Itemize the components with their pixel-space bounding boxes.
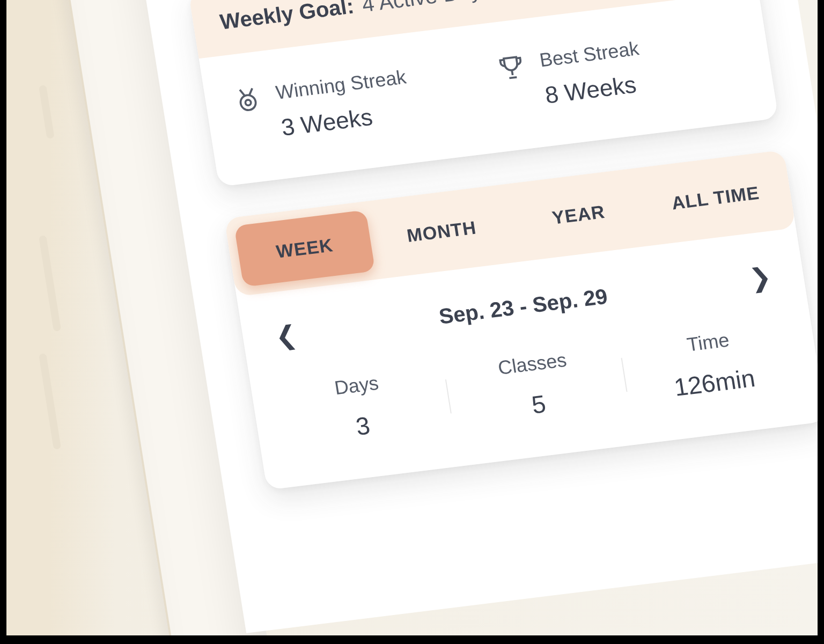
range-tab-week[interactable]: WEEK xyxy=(234,210,375,287)
image-crop-edge xyxy=(0,635,824,644)
stat-days-value: 3 xyxy=(273,401,453,451)
stat-time-label: Time xyxy=(619,320,798,364)
stat-time-value: 126min xyxy=(624,357,805,408)
winning-streak: Winning Streak 3 Weeks xyxy=(231,57,482,147)
app-screen: My Achievements i Weekly Goal: 4 Active … xyxy=(128,0,824,633)
trophy-icon xyxy=(494,51,528,84)
range-tab-all[interactable]: ALL TIME xyxy=(645,159,786,237)
phone-volume-down xyxy=(39,353,61,449)
stat-classes-value: 5 xyxy=(448,379,629,430)
stat-days-label: Days xyxy=(267,364,446,408)
phone-volume-up xyxy=(39,235,61,331)
svg-point-1 xyxy=(245,99,252,105)
image-crop-edge xyxy=(818,0,824,644)
stat-days: Days 3 xyxy=(267,364,453,451)
stat-classes: Classes 5 xyxy=(443,342,629,429)
best-streak-label: Best Streak xyxy=(538,37,641,71)
weekly-goal-label: Weekly Goal: xyxy=(218,0,356,34)
best-streak-value: 8 Weeks xyxy=(543,70,646,109)
stat-time: Time 126min xyxy=(619,320,805,408)
svg-point-0 xyxy=(239,94,256,111)
weekly-goal-value: 4 Active Days xyxy=(360,0,494,17)
image-crop-edge xyxy=(0,0,6,644)
stats-card: WEEK MONTH YEAR ALL TIME ❮ Sep. 23 - Sep… xyxy=(224,150,824,490)
medal-icon xyxy=(231,84,265,117)
stat-classes-label: Classes xyxy=(443,342,622,386)
best-streak: Best Streak 8 Weeks xyxy=(494,25,746,114)
winning-streak-value: 3 Weeks xyxy=(279,99,414,141)
chevron-left-icon[interactable]: ❮ xyxy=(268,319,304,353)
range-tab-year[interactable]: YEAR xyxy=(508,177,649,254)
chevron-right-icon[interactable]: ❯ xyxy=(742,260,778,294)
range-tab-month[interactable]: MONTH xyxy=(371,193,512,270)
achievements-card: Weekly Goal: 4 Active Days Winning Strea… xyxy=(188,0,778,187)
range-label: Sep. 23 - Sep. 29 xyxy=(437,284,609,328)
phone-side-button xyxy=(39,85,55,138)
winning-streak-label: Winning Streak xyxy=(274,66,408,104)
